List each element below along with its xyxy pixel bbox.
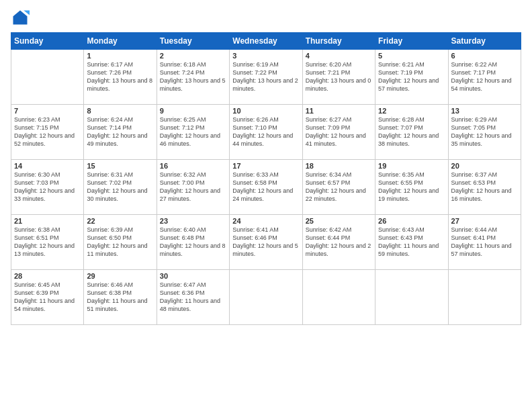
weekday-header: Sunday: [11, 33, 84, 50]
calendar-cell: 13Sunrise: 6:29 AMSunset: 7:05 PMDayligh…: [448, 105, 521, 160]
calendar-cell: 23Sunrise: 6:40 AMSunset: 6:48 PMDayligh…: [157, 215, 229, 270]
logo-icon: [11, 8, 30, 27]
day-number: 27: [451, 217, 518, 225]
cell-info: Sunrise: 6:25 AMSunset: 7:12 PMDaylight:…: [160, 116, 226, 148]
day-number: 14: [14, 162, 81, 170]
calendar-cell: [375, 270, 448, 325]
cell-info: Sunrise: 6:31 AMSunset: 7:02 PMDaylight:…: [87, 171, 153, 203]
cell-info: Sunrise: 6:23 AMSunset: 7:15 PMDaylight:…: [14, 116, 81, 148]
cell-info: Sunrise: 6:20 AMSunset: 7:21 PMDaylight:…: [306, 60, 372, 93]
day-number: 8: [87, 107, 153, 115]
weekday-header: Tuesday: [157, 33, 229, 50]
day-number: 15: [87, 162, 153, 170]
day-number: 20: [451, 162, 518, 170]
weekday-header: Friday: [375, 33, 448, 50]
day-number: 29: [87, 272, 153, 280]
calendar-cell: 20Sunrise: 6:37 AMSunset: 6:53 PMDayligh…: [448, 160, 521, 215]
day-number: 21: [14, 217, 81, 225]
calendar-cell: 24Sunrise: 6:41 AMSunset: 6:46 PMDayligh…: [230, 215, 302, 270]
calendar-cell: 19Sunrise: 6:35 AMSunset: 6:55 PMDayligh…: [375, 160, 448, 215]
day-number: 26: [378, 217, 445, 225]
cell-info: Sunrise: 6:38 AMSunset: 6:51 PMDaylight:…: [14, 226, 81, 259]
cell-info: Sunrise: 6:24 AMSunset: 7:14 PMDaylight:…: [87, 116, 153, 148]
day-number: 12: [378, 107, 445, 115]
cell-info: Sunrise: 6:29 AMSunset: 7:05 PMDaylight:…: [451, 116, 518, 148]
cell-info: Sunrise: 6:17 AMSunset: 7:26 PMDaylight:…: [87, 60, 153, 93]
calendar-cell: 26Sunrise: 6:43 AMSunset: 6:43 PMDayligh…: [375, 215, 448, 270]
day-number: 18: [306, 162, 372, 170]
cell-info: Sunrise: 6:46 AMSunset: 6:38 PMDaylight:…: [87, 281, 153, 314]
day-number: 23: [160, 217, 226, 225]
cell-info: Sunrise: 6:33 AMSunset: 6:58 PMDaylight:…: [232, 171, 299, 203]
cell-info: Sunrise: 6:45 AMSunset: 6:39 PMDaylight:…: [14, 281, 81, 314]
calendar-cell: 10Sunrise: 6:26 AMSunset: 7:10 PMDayligh…: [230, 105, 302, 160]
day-number: 5: [378, 52, 445, 60]
calendar-cell: 17Sunrise: 6:33 AMSunset: 6:58 PMDayligh…: [230, 160, 302, 215]
day-number: 22: [87, 217, 153, 225]
calendar-cell: [302, 270, 375, 325]
day-number: 30: [160, 272, 226, 280]
day-number: 19: [378, 162, 445, 170]
calendar-cell: [230, 270, 302, 325]
svg-marker-0: [13, 11, 28, 25]
calendar-cell: 9Sunrise: 6:25 AMSunset: 7:12 PMDaylight…: [157, 105, 229, 160]
cell-info: Sunrise: 6:32 AMSunset: 7:00 PMDaylight:…: [160, 171, 226, 203]
calendar-cell: 3Sunrise: 6:19 AMSunset: 7:22 PMDaylight…: [230, 50, 302, 105]
weekday-header: Wednesday: [230, 33, 302, 50]
calendar-cell: 15Sunrise: 6:31 AMSunset: 7:02 PMDayligh…: [84, 160, 157, 215]
day-number: 7: [14, 107, 81, 115]
day-number: 4: [306, 52, 372, 60]
day-number: 3: [232, 52, 299, 60]
day-number: 9: [160, 107, 226, 115]
header: [11, 8, 521, 27]
calendar-cell: 18Sunrise: 6:34 AMSunset: 6:57 PMDayligh…: [302, 160, 375, 215]
cell-info: Sunrise: 6:40 AMSunset: 6:48 PMDaylight:…: [160, 226, 226, 259]
day-number: 10: [232, 107, 299, 115]
calendar-cell: 4Sunrise: 6:20 AMSunset: 7:21 PMDaylight…: [302, 50, 375, 105]
calendar-cell: 6Sunrise: 6:22 AMSunset: 7:17 PMDaylight…: [448, 50, 521, 105]
calendar-table: SundayMondayTuesdayWednesdayThursdayFrid…: [11, 32, 521, 325]
cell-info: Sunrise: 6:43 AMSunset: 6:43 PMDaylight:…: [378, 226, 445, 259]
calendar-cell: 29Sunrise: 6:46 AMSunset: 6:38 PMDayligh…: [84, 270, 157, 325]
day-number: 13: [451, 107, 518, 115]
logo: [11, 8, 32, 27]
calendar-week-row: 7Sunrise: 6:23 AMSunset: 7:15 PMDaylight…: [11, 105, 521, 160]
calendar-cell: 22Sunrise: 6:39 AMSunset: 6:50 PMDayligh…: [84, 215, 157, 270]
calendar-cell: 25Sunrise: 6:42 AMSunset: 6:44 PMDayligh…: [302, 215, 375, 270]
cell-info: Sunrise: 6:42 AMSunset: 6:44 PMDaylight:…: [306, 226, 372, 259]
calendar-cell: 12Sunrise: 6:28 AMSunset: 7:07 PMDayligh…: [375, 105, 448, 160]
cell-info: Sunrise: 6:21 AMSunset: 7:19 PMDaylight:…: [378, 60, 445, 93]
day-number: 24: [232, 217, 299, 225]
cell-info: Sunrise: 6:22 AMSunset: 7:17 PMDaylight:…: [451, 60, 518, 93]
calendar-cell: [448, 270, 521, 325]
day-number: 17: [232, 162, 299, 170]
calendar-week-row: 28Sunrise: 6:45 AMSunset: 6:39 PMDayligh…: [11, 270, 521, 325]
weekday-header-row: SundayMondayTuesdayWednesdayThursdayFrid…: [11, 33, 521, 50]
cell-info: Sunrise: 6:26 AMSunset: 7:10 PMDaylight:…: [232, 116, 299, 148]
day-number: 28: [14, 272, 81, 280]
day-number: 6: [451, 52, 518, 60]
calendar-cell: 11Sunrise: 6:27 AMSunset: 7:09 PMDayligh…: [302, 105, 375, 160]
day-number: 16: [160, 162, 226, 170]
cell-info: Sunrise: 6:27 AMSunset: 7:09 PMDaylight:…: [306, 116, 372, 148]
calendar-cell: 5Sunrise: 6:21 AMSunset: 7:19 PMDaylight…: [375, 50, 448, 105]
calendar-cell: 2Sunrise: 6:18 AMSunset: 7:24 PMDaylight…: [157, 50, 229, 105]
cell-info: Sunrise: 6:37 AMSunset: 6:53 PMDaylight:…: [451, 171, 518, 203]
day-number: 25: [306, 217, 372, 225]
cell-info: Sunrise: 6:34 AMSunset: 6:57 PMDaylight:…: [306, 171, 372, 203]
day-number: 1: [87, 52, 153, 60]
calendar-cell: 30Sunrise: 6:47 AMSunset: 6:36 PMDayligh…: [157, 270, 229, 325]
calendar-week-row: 1Sunrise: 6:17 AMSunset: 7:26 PMDaylight…: [11, 50, 521, 105]
weekday-header: Saturday: [448, 33, 521, 50]
calendar-cell: 8Sunrise: 6:24 AMSunset: 7:14 PMDaylight…: [84, 105, 157, 160]
cell-info: Sunrise: 6:19 AMSunset: 7:22 PMDaylight:…: [232, 60, 299, 93]
cell-info: Sunrise: 6:47 AMSunset: 6:36 PMDaylight:…: [160, 281, 226, 314]
calendar-cell: 27Sunrise: 6:44 AMSunset: 6:41 PMDayligh…: [448, 215, 521, 270]
page-container: SundayMondayTuesdayWednesdayThursdayFrid…: [0, 0, 532, 411]
cell-info: Sunrise: 6:28 AMSunset: 7:07 PMDaylight:…: [378, 116, 445, 148]
cell-info: Sunrise: 6:39 AMSunset: 6:50 PMDaylight:…: [87, 226, 153, 259]
calendar-cell: 28Sunrise: 6:45 AMSunset: 6:39 PMDayligh…: [11, 270, 84, 325]
cell-info: Sunrise: 6:41 AMSunset: 6:46 PMDaylight:…: [232, 226, 299, 259]
calendar-week-row: 21Sunrise: 6:38 AMSunset: 6:51 PMDayligh…: [11, 215, 521, 270]
calendar-cell: 21Sunrise: 6:38 AMSunset: 6:51 PMDayligh…: [11, 215, 84, 270]
